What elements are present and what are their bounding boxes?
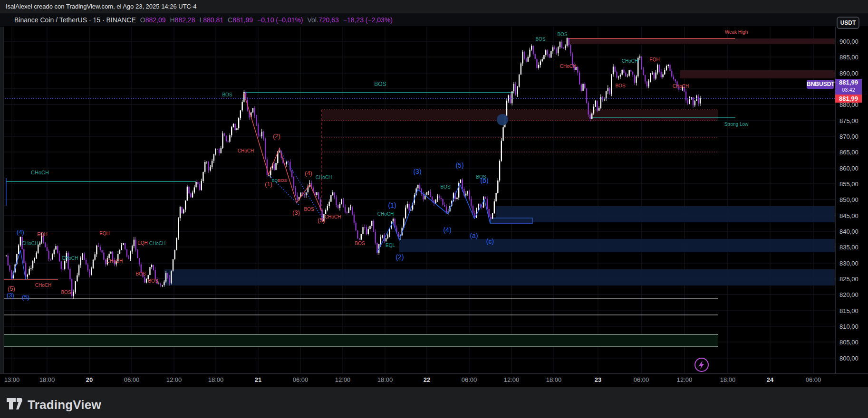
annotation-label[interactable]: BOS (135, 271, 145, 276)
annotation-label[interactable]: (4) (17, 228, 24, 236)
candle (361, 234, 362, 240)
annotation-label[interactable]: Weak High (725, 29, 748, 35)
candle (50, 259, 51, 259)
annotation-label[interactable]: CHoCH (22, 241, 38, 246)
currency-toggle-button[interactable]: USDT (837, 17, 859, 29)
annotation-label[interactable]: (5) (455, 162, 463, 169)
ohlc-key: C (228, 16, 232, 24)
annotation-label[interactable]: BOS (304, 207, 314, 212)
annotation-label[interactable]: CHoCH (35, 283, 51, 288)
annotation-label[interactable]: BOS (615, 83, 625, 88)
candle (64, 261, 65, 269)
drawing-anchor-dot[interactable] (497, 114, 508, 125)
annotation-label[interactable]: (3) (292, 209, 300, 216)
annotation-label[interactable]: (5) (22, 294, 29, 301)
price-tick-label: 890,00 (839, 70, 858, 77)
candle (98, 246, 99, 247)
candle (586, 88, 587, 103)
candle (338, 205, 338, 208)
annotation-label[interactable]: BOS (440, 184, 450, 190)
annotation-label[interactable]: EQH (649, 57, 660, 62)
candle (236, 128, 237, 130)
annotation-label[interactable]: CHoCH (560, 64, 576, 69)
annotation-label[interactable]: (c) (486, 238, 494, 245)
candle (579, 73, 580, 85)
annotation-label[interactable]: EQ (271, 178, 278, 183)
candle (86, 260, 87, 265)
tradingview-wordmark[interactable]: TradingView (28, 398, 101, 412)
candle (446, 207, 447, 213)
annotation-label[interactable]: CHoCH (31, 170, 49, 175)
annotation-label[interactable]: CHoCH (149, 241, 165, 246)
chart-plot-area[interactable]: CHoCH(4)EQHCHoCHCHoCH(5)(3)(5)BOSCHoCHEQ… (0, 27, 835, 373)
candle (291, 171, 292, 177)
price-tick-label: 815,00 (839, 307, 858, 314)
annotation-label[interactable]: BOS (355, 241, 365, 246)
candle (240, 110, 241, 118)
annotation-label[interactable]: CHoCH (325, 214, 341, 219)
candle (408, 204, 409, 211)
annotation-label[interactable]: BOS (148, 278, 158, 284)
candle (460, 180, 461, 183)
annotation-label[interactable]: CHoCH (62, 256, 78, 261)
annotation-label[interactable]: CHoCH (238, 148, 254, 153)
candle (212, 161, 212, 167)
tradingview-logo-icon[interactable] (7, 398, 25, 410)
annotation-label[interactable]: (2) (273, 133, 280, 140)
candle (162, 285, 163, 285)
replay-lightning-icon[interactable] (695, 358, 708, 371)
annotation-label[interactable]: (1) (388, 201, 396, 209)
annotation-label[interactable]: (5) (318, 217, 325, 224)
candle (634, 75, 635, 83)
annotation-label[interactable]: EQH (37, 232, 48, 237)
annotation-label[interactable]: BOS (61, 290, 71, 295)
annotation-label[interactable]: BOS (222, 92, 232, 97)
annotation-label[interactable]: BOS (557, 32, 567, 37)
candle (584, 84, 585, 88)
candle (625, 73, 626, 76)
candle (700, 98, 701, 104)
candle (685, 92, 686, 101)
candle (474, 213, 475, 217)
candle (275, 163, 276, 170)
annotation-label[interactable]: BOS (278, 178, 287, 183)
annotation-label[interactable]: (b) (480, 177, 488, 184)
candle (465, 194, 466, 196)
annotation-label[interactable]: BOS (374, 81, 386, 87)
annotation-label[interactable]: (4) (305, 170, 312, 177)
candle (241, 102, 242, 110)
annotation-label[interactable]: (2) (395, 253, 404, 261)
annotation-label[interactable]: (5) (8, 285, 15, 292)
candle (582, 84, 583, 91)
annotation-label[interactable]: CHoCH (106, 258, 123, 264)
candle (125, 243, 125, 249)
time-tick-label: 12:00 (335, 376, 351, 383)
annotation-label[interactable]: BOS (535, 37, 545, 42)
annotation-label[interactable]: EQH (99, 231, 110, 236)
annotation-label[interactable]: CHoCH (316, 175, 332, 180)
candle (52, 254, 53, 259)
annotation-label[interactable]: EQH (137, 240, 148, 246)
annotation-label[interactable]: (3) (413, 168, 421, 175)
annotation-label[interactable]: (3) (7, 292, 14, 299)
annotation-label[interactable]: CHoCH (622, 58, 638, 64)
time-tick-label: 24 (767, 376, 773, 383)
candle (357, 230, 358, 238)
attribution-text: IsaiAlexei creado con TradingView.com, e… (6, 3, 197, 10)
candle (608, 88, 608, 91)
zigzag-line (280, 150, 323, 219)
candle (526, 58, 527, 62)
symbol-title[interactable]: Binance Coin / TetherUS · 15 · BINANCE (14, 16, 136, 24)
candle (89, 270, 90, 275)
time-scale[interactable]: 13:0018:002006:0012:0018:002106:0012:001… (0, 373, 868, 386)
annotation-label[interactable]: (4) (443, 226, 451, 234)
annotation-label[interactable]: (a) (470, 232, 478, 239)
annotation-label[interactable]: EQL (386, 243, 395, 248)
candle (195, 182, 196, 187)
annotation-label[interactable]: CHoCH (377, 211, 394, 217)
candle (130, 251, 131, 258)
annotation-label[interactable]: CHoCH (673, 84, 689, 89)
annotation-label[interactable]: Strong Low (724, 122, 749, 127)
candle (671, 71, 672, 76)
candle (80, 257, 81, 265)
